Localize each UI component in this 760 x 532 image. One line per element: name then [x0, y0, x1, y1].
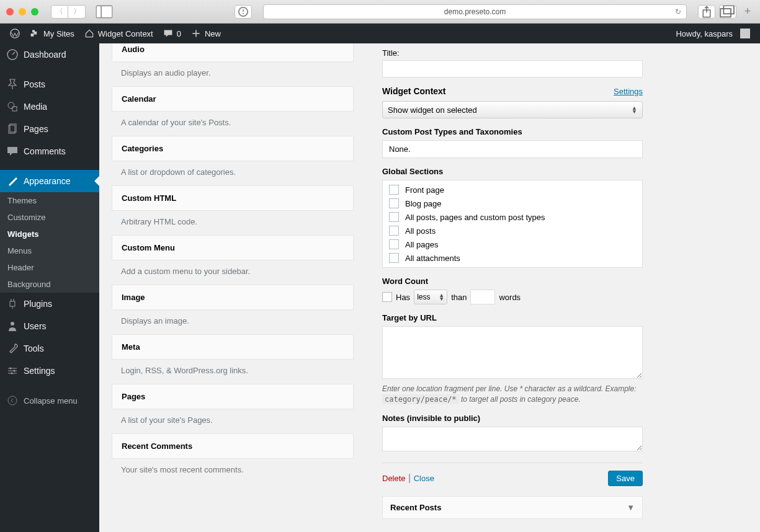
- collapse-icon: [6, 394, 19, 407]
- target-url-textarea[interactable]: [382, 326, 643, 379]
- plug-icon: [6, 298, 19, 310]
- checkbox[interactable]: [389, 212, 399, 222]
- site-name-link[interactable]: Widget Context: [79, 24, 158, 43]
- has-label: Has: [396, 293, 410, 302]
- url-text: demo.preseto.com: [444, 7, 506, 16]
- global-option-row: All attachments: [383, 251, 642, 265]
- visibility-select[interactable]: Show widget on selected ▲▼: [382, 101, 643, 118]
- widget-item[interactable]: Image: [112, 285, 354, 310]
- user-account-link[interactable]: Howdy, kaspars: [671, 24, 755, 43]
- checkbox-label: All posts: [405, 226, 436, 236]
- widget-item[interactable]: Recent Comments: [112, 433, 354, 459]
- global-option-row: Blog page: [383, 197, 642, 210]
- new-label: New: [205, 29, 221, 38]
- minimize-window-icon[interactable]: [19, 8, 26, 16]
- target-url-heading: Target by URL: [382, 313, 643, 322]
- save-button[interactable]: Save: [608, 471, 643, 486]
- widget-item[interactable]: Meta: [112, 334, 354, 360]
- checkbox[interactable]: [389, 198, 399, 208]
- select-arrows-icon: ▲▼: [632, 106, 637, 114]
- select-arrows-icon: ▲▼: [439, 293, 444, 301]
- sidebar-toggle-button[interactable]: [96, 5, 113, 19]
- menu-label: Comments: [24, 146, 66, 156]
- my-sites-link[interactable]: My Sites: [25, 24, 79, 43]
- back-button[interactable]: 〈: [51, 5, 68, 19]
- settings-link[interactable]: Settings: [614, 87, 643, 96]
- submenu-customize[interactable]: Customize: [0, 209, 99, 226]
- appearance-submenu: Themes Customize Widgets Menus Header Ba…: [0, 192, 99, 293]
- media-icon: [6, 100, 19, 113]
- new-content-link[interactable]: New: [186, 24, 226, 43]
- site-name-label: Widget Context: [98, 29, 153, 38]
- notes-textarea[interactable]: [382, 427, 643, 451]
- widget-item[interactable]: Pages: [112, 384, 354, 409]
- checkbox[interactable]: [389, 253, 399, 263]
- checkbox[interactable]: [389, 185, 399, 195]
- wordcount-operator-select[interactable]: less ▲▼: [414, 290, 447, 304]
- menu-label: Posts: [24, 79, 45, 89]
- collapsed-widget-recent-posts[interactable]: Recent Posts ▼: [382, 496, 643, 519]
- url-bar[interactable]: demo.preseto.com ↻: [263, 4, 687, 19]
- checkbox[interactable]: [389, 239, 399, 249]
- svg-point-31: [11, 373, 13, 375]
- window-controls: [6, 8, 38, 16]
- content-area: A monthly archive of your site's Posts.A…: [99, 43, 760, 532]
- menu-settings[interactable]: Settings: [0, 360, 99, 382]
- menu-dashboard[interactable]: Dashboard: [0, 43, 99, 66]
- dashboard-icon: [6, 48, 19, 61]
- forward-button[interactable]: 〉: [68, 5, 86, 19]
- comments-link[interactable]: 0: [158, 24, 186, 43]
- close-window-icon[interactable]: [6, 8, 14, 16]
- new-tab-button[interactable]: +: [741, 5, 754, 18]
- menu-pages[interactable]: Pages: [0, 118, 99, 140]
- widget-description: A list of your site's Pages.: [112, 409, 354, 433]
- widget-description: A list or dropdown of categories.: [112, 161, 354, 185]
- word-count-heading: Word Count: [382, 277, 643, 286]
- share-button[interactable]: [698, 5, 715, 19]
- checkbox[interactable]: [389, 226, 399, 236]
- submenu-header[interactable]: Header: [0, 259, 99, 276]
- wrench-icon: [6, 342, 19, 355]
- submenu-background[interactable]: Background: [0, 276, 99, 293]
- title-input[interactable]: [382, 60, 643, 78]
- nav-back-forward: 〈 〉: [51, 5, 86, 19]
- submenu-menus[interactable]: Menus: [0, 242, 99, 259]
- than-label: than: [451, 293, 467, 302]
- widget-item[interactable]: Custom HTML: [112, 185, 354, 211]
- menu-comments[interactable]: Comments: [0, 140, 99, 162]
- svg-point-25: [11, 322, 14, 326]
- comment-count: 0: [177, 29, 181, 38]
- widget-item[interactable]: Custom Menu: [112, 235, 354, 260]
- collapse-menu[interactable]: Collapse menu: [0, 389, 99, 412]
- global-sections-group: Front pageBlog pageAll posts, pages and …: [382, 180, 643, 268]
- widget-editor-panel: Title: Widget Context Settings Show widg…: [382, 43, 643, 532]
- menu-plugins[interactable]: Plugins: [0, 293, 99, 315]
- delete-link[interactable]: Delete: [382, 474, 406, 483]
- sliders-icon: [6, 365, 19, 377]
- svg-rect-8: [723, 6, 734, 14]
- available-widgets: A monthly archive of your site's Posts.A…: [112, 43, 354, 532]
- wordcount-checkbox[interactable]: [382, 292, 392, 302]
- menu-media[interactable]: Media: [0, 95, 99, 118]
- menu-tools[interactable]: Tools: [0, 337, 99, 360]
- wp-logo[interactable]: [5, 24, 25, 43]
- reload-icon[interactable]: ↻: [675, 7, 681, 16]
- menu-users[interactable]: Users: [0, 315, 99, 337]
- close-link[interactable]: Close: [414, 474, 434, 483]
- submenu-themes[interactable]: Themes: [0, 192, 99, 209]
- reader-button[interactable]: [235, 5, 252, 19]
- submenu-widgets[interactable]: Widgets: [0, 226, 99, 242]
- wordcount-input[interactable]: [470, 290, 495, 304]
- widget-item[interactable]: Calendar: [112, 86, 354, 112]
- menu-posts[interactable]: Posts: [0, 73, 99, 95]
- menu-label: Plugins: [24, 299, 52, 309]
- maximize-window-icon[interactable]: [31, 8, 38, 16]
- widget-item[interactable]: Categories: [112, 136, 354, 161]
- svg-rect-21: [10, 301, 15, 306]
- tabs-button[interactable]: [719, 5, 736, 19]
- widget-item[interactable]: Audio: [112, 43, 354, 62]
- menu-appearance[interactable]: Appearance: [0, 170, 99, 192]
- checkbox-label: Front page: [405, 185, 444, 195]
- multisite-icon: [30, 29, 40, 38]
- collapse-label: Collapse menu: [24, 396, 78, 406]
